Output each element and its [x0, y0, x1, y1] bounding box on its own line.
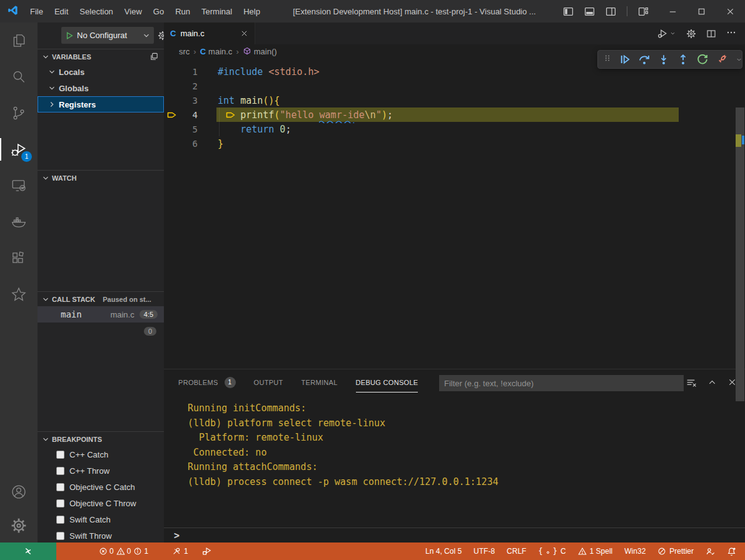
close-button[interactable]	[726, 7, 735, 16]
activity-star-icon[interactable]	[0, 276, 38, 312]
breakpoint-row[interactable]: C++ Throw	[38, 462, 164, 479]
breadcrumb-src[interactable]: src	[179, 47, 190, 56]
feedback-icon[interactable]	[706, 547, 715, 556]
breakpoint-row[interactable]: Objective C Throw	[38, 495, 164, 511]
menu-run[interactable]: Run	[170, 0, 196, 22]
breakpoint-gutter[interactable]	[164, 122, 181, 136]
encoding-item[interactable]: UTF-8	[474, 547, 495, 556]
breakpoint-row[interactable]: Swift Throw	[38, 528, 164, 542]
editor-scrollbar[interactable]	[736, 108, 744, 401]
platform-item[interactable]: Win32	[624, 547, 646, 556]
breakpoint-row[interactable]: Swift Catch	[38, 511, 164, 528]
breakpoint-checkbox[interactable]	[56, 532, 64, 540]
settings-gear-icon[interactable]	[0, 509, 38, 542]
tools-status-item[interactable]: 1	[172, 547, 188, 556]
panel-tab-output[interactable]: OUTPUT	[254, 374, 283, 392]
execution-pointer-gutter-icon[interactable]	[164, 108, 181, 122]
tab-main-c[interactable]: C main.c	[164, 22, 255, 44]
activity-docker-icon[interactable]	[0, 204, 38, 240]
breakpoint-checkbox[interactable]	[56, 499, 64, 508]
menu-terminal[interactable]: Terminal	[196, 0, 238, 22]
step-out-button[interactable]	[677, 53, 689, 66]
prettier-item[interactable]: Prettier	[657, 547, 694, 556]
call-stack-section-header[interactable]: CALL STACK Paused on st...	[38, 291, 164, 306]
console-filter-input[interactable]	[439, 375, 684, 391]
customize-layout-icon[interactable]	[638, 6, 649, 17]
activity-remote-explorer-icon[interactable]	[0, 168, 38, 204]
panel-tab-debug-console[interactable]: DEBUG CONSOLE	[356, 374, 418, 392]
toolbar-drag-handle[interactable]	[603, 53, 612, 66]
watch-section-header[interactable]: WATCH	[38, 170, 164, 185]
menu-edit[interactable]: Edit	[49, 0, 74, 22]
breakpoint-gutter[interactable]	[164, 79, 181, 93]
code-line-6[interactable]: 6}	[164, 136, 745, 151]
editor-gear-icon[interactable]	[686, 29, 696, 39]
variables-section-header[interactable]: VARIABLES	[38, 49, 164, 64]
code-line-3[interactable]: 3int main(){	[164, 93, 745, 108]
activity-explorer-icon[interactable]	[0, 22, 38, 59]
menu-selection[interactable]: Selection	[74, 0, 118, 22]
breakpoint-checkbox[interactable]	[56, 451, 64, 459]
activity-extensions-icon[interactable]	[0, 240, 38, 276]
run-or-debug-icon[interactable]	[657, 28, 676, 39]
chevron-icon	[47, 83, 57, 93]
maximize-panel-icon[interactable]	[707, 378, 717, 388]
breadcrumb-file[interactable]: Cmain.c	[200, 47, 233, 56]
panel-tab-terminal[interactable]: TERMINAL	[302, 374, 338, 392]
toggle-sidebar-icon[interactable]	[563, 6, 574, 17]
disconnect-button[interactable]	[716, 53, 728, 66]
account-icon[interactable]	[0, 475, 38, 509]
breakpoint-checkbox[interactable]	[56, 516, 64, 524]
clear-console-icon[interactable]	[686, 378, 697, 388]
copy-value-icon[interactable]	[150, 52, 159, 61]
continue-button[interactable]	[619, 53, 631, 66]
breakpoint-row[interactable]: C++ Catch	[38, 446, 164, 462]
debug-config-select[interactable]: No Configurat	[61, 27, 154, 44]
split-editor-icon[interactable]	[706, 29, 716, 39]
variables-item-globals[interactable]: Globals	[38, 80, 164, 96]
breakpoint-gutter[interactable]	[164, 136, 181, 151]
maximize-button[interactable]	[697, 7, 706, 16]
code-line-2[interactable]: 2	[164, 79, 745, 93]
breadcrumb-symbol[interactable]: main()	[243, 47, 277, 56]
breakpoint-checkbox[interactable]	[56, 467, 64, 475]
debug-toolbar-chevron-icon[interactable]	[735, 56, 743, 64]
code-line-4[interactable]: 4 printf("hello wamr-ide\n");	[164, 108, 745, 122]
more-actions-icon[interactable]	[726, 28, 736, 40]
toggle-panel-icon[interactable]	[584, 6, 595, 17]
notifications-bell-icon[interactable]	[727, 547, 736, 556]
variables-item-registers[interactable]: Registers	[38, 96, 164, 112]
breakpoint-checkbox[interactable]	[56, 483, 64, 491]
step-over-button[interactable]	[638, 53, 651, 66]
menu-view[interactable]: View	[119, 0, 148, 22]
variables-item-locals[interactable]: Locals	[38, 64, 164, 80]
remote-indicator[interactable]	[0, 542, 56, 560]
eol-item[interactable]: CRLF	[507, 547, 526, 556]
menu-go[interactable]: Go	[148, 0, 170, 22]
language-mode-item[interactable]: {}C	[538, 547, 565, 556]
minimize-button[interactable]	[668, 7, 677, 16]
activity-source-control-icon[interactable]	[0, 95, 38, 131]
toggle-secondary-sidebar-icon[interactable]	[606, 6, 616, 17]
step-into-button[interactable]	[657, 53, 670, 66]
activity-run-debug-icon[interactable]: 1	[0, 131, 38, 168]
debug-console-input[interactable]: >	[164, 528, 745, 542]
problems-status-item[interactable]: 0 0 1	[99, 547, 148, 556]
code-line-5[interactable]: 5 return 0;	[164, 122, 745, 136]
breakpoints-section-header[interactable]: BREAKPOINTS	[38, 431, 164, 446]
breakpoint-gutter[interactable]	[164, 93, 181, 108]
panel-tab-problems[interactable]: PROBLEMS1	[178, 374, 236, 392]
debug-settings-gear-icon[interactable]	[158, 31, 164, 41]
restart-button[interactable]	[696, 53, 709, 66]
activity-search-icon[interactable]	[0, 59, 38, 95]
breakpoint-row[interactable]: Objective C Catch	[38, 479, 164, 495]
code-editor[interactable]: 1#include <stdio.h>23int main(){4 printf…	[164, 58, 745, 369]
debug-status-icon[interactable]	[202, 546, 212, 556]
menu-help[interactable]: Help	[238, 0, 266, 22]
menu-file[interactable]: File	[24, 0, 49, 22]
stack-frame-row[interactable]: main main.c 4:5	[38, 306, 164, 322]
cursor-position-item[interactable]: Ln 4, Col 5	[425, 547, 462, 556]
spell-checker-item[interactable]: 1 Spell	[578, 547, 613, 556]
tab-close-icon[interactable]	[240, 29, 248, 38]
breakpoint-gutter[interactable]	[164, 64, 181, 79]
